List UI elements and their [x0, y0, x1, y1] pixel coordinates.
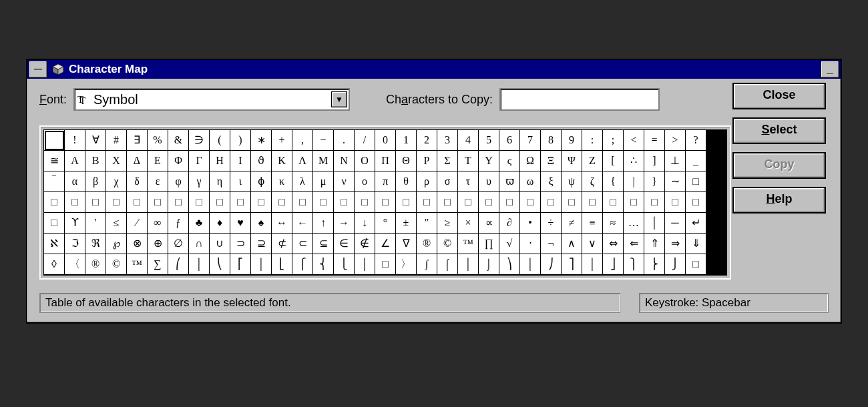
char-cell[interactable]: ο — [355, 171, 375, 192]
char-cell[interactable]: Ν — [334, 151, 355, 171]
char-cell[interactable]: ϖ — [499, 171, 520, 192]
char-cell[interactable]: □ — [437, 192, 458, 213]
char-cell[interactable]: ↓ — [355, 213, 375, 234]
char-cell[interactable]: ≅ — [44, 151, 65, 171]
char-cell[interactable]: ⌡ — [479, 254, 499, 275]
char-cell[interactable]: ƒ — [168, 213, 189, 234]
char-cell[interactable]: _ — [686, 151, 706, 171]
char-cell[interactable]: □ — [355, 192, 375, 213]
char-cell[interactable]: ⇐ — [624, 234, 644, 254]
chars-to-copy-input[interactable] — [499, 88, 660, 111]
char-cell[interactable]: ∨ — [582, 234, 603, 254]
char-cell[interactable]: ⎩ — [334, 254, 355, 275]
char-cell[interactable]: ™ — [127, 254, 148, 275]
char-cell[interactable]: □ — [65, 192, 85, 213]
char-cell[interactable]: ∋ — [189, 130, 210, 151]
char-cell[interactable]: ℜ — [85, 234, 106, 254]
char-cell[interactable]: ⇔ — [603, 234, 624, 254]
char-cell[interactable]: ; — [603, 130, 624, 151]
char-cell[interactable]: ∩ — [189, 234, 210, 254]
char-cell[interactable]: Ξ — [541, 151, 562, 171]
char-cell[interactable]: → — [334, 213, 355, 234]
char-cell[interactable]: ≤ — [106, 213, 127, 234]
char-cell[interactable]: □ — [272, 192, 292, 213]
char-cell[interactable]: ξ — [541, 171, 562, 192]
char-cell[interactable]: ≈ — [603, 213, 624, 234]
char-cell[interactable]: [ — [603, 151, 624, 171]
char-cell[interactable]: ℵ — [44, 234, 65, 254]
char-cell[interactable]: • — [520, 213, 541, 234]
char-cell[interactable]: ± — [396, 213, 417, 234]
char-cell[interactable]: □ — [210, 192, 230, 213]
char-cell[interactable]: ⊂ — [292, 234, 313, 254]
char-cell[interactable]: □ — [251, 192, 272, 213]
char-cell[interactable]: □ — [375, 254, 396, 275]
char-cell[interactable]: δ — [127, 171, 148, 192]
char-cell[interactable]: 1 — [396, 130, 417, 151]
char-cell[interactable]: 9 — [562, 130, 582, 151]
char-cell[interactable]: □ — [85, 192, 106, 213]
char-cell[interactable]: □ — [499, 192, 520, 213]
char-cell[interactable]: − — [313, 130, 334, 151]
char-cell[interactable]: □ — [44, 192, 65, 213]
char-cell[interactable]: Α — [65, 151, 85, 171]
char-cell[interactable]: Β — [85, 151, 106, 171]
char-cell[interactable]: ⎤ — [562, 254, 582, 275]
char-cell[interactable]: □ — [665, 192, 686, 213]
char-cell[interactable]: ↑ — [313, 213, 334, 234]
char-cell[interactable]: Κ — [272, 151, 292, 171]
char-cell[interactable]: □ — [44, 213, 65, 234]
copy-button[interactable]: Copy — [732, 152, 826, 179]
char-cell[interactable]: χ — [106, 171, 127, 192]
char-cell[interactable]: μ — [313, 171, 334, 192]
char-cell[interactable]: ρ — [417, 171, 437, 192]
char-cell[interactable]: / — [355, 130, 375, 151]
char-cell[interactable]: □ — [686, 171, 706, 192]
char-cell[interactable]: □ — [189, 192, 210, 213]
char-cell[interactable]: Μ — [313, 151, 334, 171]
char-cell[interactable]: ⌠ — [437, 254, 458, 275]
system-menu-button[interactable]: ─ — [29, 61, 47, 78]
char-cell[interactable]: { — [603, 171, 624, 192]
char-cell[interactable]: ⎦ — [603, 254, 624, 275]
char-cell[interactable]: ν — [334, 171, 355, 192]
char-cell[interactable]: ⎨ — [313, 254, 334, 275]
char-cell[interactable]: ⇒ — [665, 234, 686, 254]
char-cell[interactable]: □ — [520, 192, 541, 213]
char-cell[interactable]: □ — [396, 192, 417, 213]
char-cell[interactable]: # — [106, 130, 127, 151]
char-cell[interactable]: ─ — [665, 213, 686, 234]
char-cell[interactable]: 8 — [541, 130, 562, 151]
char-cell[interactable]: © — [106, 254, 127, 275]
char-cell[interactable]: ∇ — [396, 234, 417, 254]
char-cell[interactable]: ® — [417, 234, 437, 254]
char-cell[interactable]: │ — [458, 254, 479, 275]
char-cell[interactable]: ‾ — [44, 171, 65, 192]
char-cell[interactable]: ⊥ — [665, 151, 686, 171]
char-cell[interactable]: ′ — [85, 213, 106, 234]
close-button[interactable]: Close — [732, 83, 826, 109]
char-cell[interactable]: □ — [168, 192, 189, 213]
char-cell[interactable]: ♥ — [230, 213, 251, 234]
char-cell[interactable]: │ — [355, 254, 375, 275]
char-cell[interactable]: ⎭ — [665, 254, 686, 275]
char-cell[interactable]: ∫ — [417, 254, 437, 275]
char-cell[interactable]: │ — [520, 254, 541, 275]
char-cell[interactable]: │ — [582, 254, 603, 275]
char-cell[interactable]: │ — [189, 254, 210, 275]
char-cell[interactable]: 6 — [499, 130, 520, 151]
char-cell[interactable]: ( — [210, 130, 230, 151]
char-cell[interactable]: ∪ — [210, 234, 230, 254]
char-cell[interactable]: Ω — [520, 151, 541, 171]
char-cell[interactable]: > — [665, 130, 686, 151]
char-cell[interactable]: . — [334, 130, 355, 151]
char-cell[interactable]: □ — [582, 192, 603, 213]
char-cell[interactable]: │ — [251, 254, 272, 275]
char-cell[interactable]: Ε — [148, 151, 168, 171]
char-cell[interactable]: ⎣ — [272, 254, 292, 275]
char-cell[interactable]: | — [624, 171, 644, 192]
char-cell[interactable]: Ι — [230, 151, 251, 171]
char-cell[interactable]: ♦ — [210, 213, 230, 234]
char-cell[interactable]: □ — [313, 192, 334, 213]
char-cell[interactable]: □ — [148, 192, 168, 213]
